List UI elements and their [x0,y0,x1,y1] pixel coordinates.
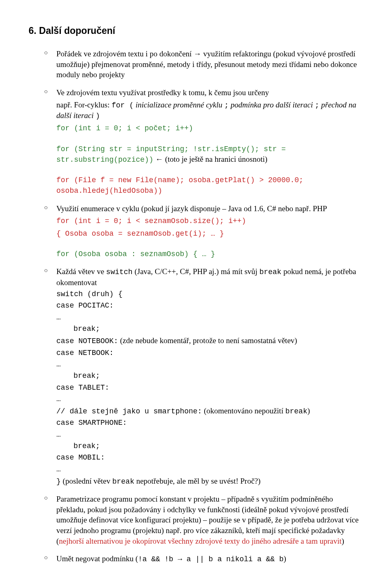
code-line: case SMARTPHONE: [56,418,363,428]
note: nepotřebuje, ale měl by se uvést! Proč?) [134,477,261,485]
text: ) [283,554,286,563]
code-line: for (Osoba osoba : seznamOsob) { … } [56,250,215,258]
code-line: case POCITAC: [56,301,363,310]
code-line: … [56,464,363,474]
text: např. For-cyklus: [56,100,111,109]
code-line-bad: for (File f = new File(name); osoba.getP… [56,176,303,195]
code-inline: for ( [111,101,134,109]
code-line: … [56,359,363,369]
code-line-bad: { Osoba osoba = seznamOsob.get(i); … } [56,230,224,238]
code-line: for (int i = 0; i < počet; i++) [56,124,193,132]
code-inline: break [259,268,281,276]
code-line: case TABLET: [56,383,363,393]
text: Umět negovat podmínku ( [56,554,138,563]
code-inline: switch [106,268,133,276]
text: Využití enumerace v cyklu (pokud jí jazy… [56,204,327,213]
code-inline: ) [96,112,100,120]
code-inline: !a && !b → a || b a nikoli a && b [138,555,283,563]
note: (okomentováno nepoužití [202,406,285,415]
code-line-bad: for (int i = 0; i < seznamOsob.size(); i… [56,217,246,225]
code-line: } [56,478,61,486]
text: Pořádek ve zdrojovém textu i po dokončen… [56,49,357,79]
code-line: … [56,394,363,404]
page-heading: 6. Další doporučení [29,25,363,37]
code-inline: ; [224,101,229,109]
code-line: switch (druh) { [56,289,363,299]
text: ) [342,537,344,545]
code-comment: // dále stejně jako u smartphone: [56,407,202,415]
code-inline: break [285,407,307,415]
list-item: Pořádek ve zdrojovém textu i po dokončen… [29,49,363,80]
text: (Java, C/C++, C#, PHP aj.) má mít svůj [133,267,259,276]
code-inline: ; [315,101,319,109]
code-line: break; [56,324,363,334]
text-italic: inicializace proměnné cyklu [134,100,224,109]
list-item: Využití enumerace v cyklu (pokud jí jazy… [29,203,363,259]
list-item: Každá větev ve switch (Java, C/C++, C#, … [29,266,363,486]
note: ← (toto je ještě na hranici únosnoti) [154,155,267,163]
code-line: … [56,312,363,322]
list-item: Umět negovat podmínku (!a && !b → a || b… [29,553,363,564]
code-line: break; [56,441,363,451]
note: (zde nebude komentář, protože to není sa… [118,336,297,345]
code-line: case NOTEBOOK: [56,337,118,345]
text: Ve zdrojovém textu využívat prostředky k… [56,88,269,97]
code-line: case MOBIL: [56,453,363,462]
code-line: case NETBOOK: [56,348,363,358]
note: (poslední větev [61,477,112,485]
code-line: … [56,430,363,440]
text-italic: podmínka pro další iteraci [229,100,315,109]
list-item: Ve zdrojovém textu využívat prostředky k… [29,87,363,196]
list-item: Parametrizace programu pomocí konstant v… [29,494,363,546]
note: ) [307,406,310,415]
text-warning: nejhorší alternativou je okopírovat všec… [59,537,341,545]
code-inline: break [112,478,134,486]
paragraph: např. For-cyklus: for ( inicializace pro… [56,100,363,121]
text: Každá větev ve [56,267,106,276]
code-line: break; [56,371,363,381]
recommendation-list: Pořádek ve zdrojovém textu i po dokončen… [29,49,363,565]
